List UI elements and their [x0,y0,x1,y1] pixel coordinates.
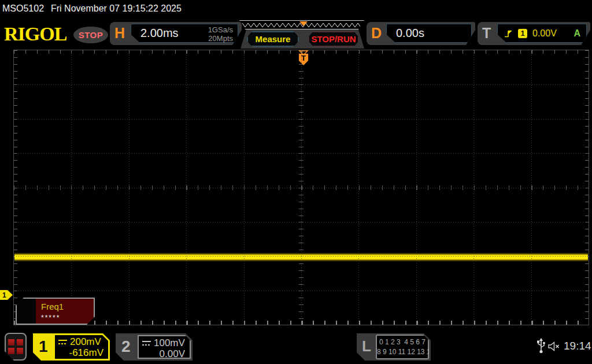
trigger-box: 1 0.00V A [497,24,587,43]
timebase-value: 2.00ms [140,27,179,40]
channel2-scale: 100mV [154,337,185,349]
channel1-number: 1 [39,337,48,356]
delay-value: 0.00s [396,27,424,40]
logic-channels-row1: 0 1 2 3 4 5 6 7 [377,337,428,347]
memory-depth: 20Mpts [208,34,233,43]
logic-channel-list: 0 1 2 3 4 5 6 7 8 9 10 11 12 13 14 15 [376,335,429,359]
grid-division-line [14,291,589,291]
channel1-badge[interactable]: 1 200mV -616mV [33,333,110,361]
channel2-values-box: 100mV 0.00V [138,335,191,359]
measurement-value: ***** [41,314,60,322]
channel2-offset: 0.00V [160,348,185,360]
main-menu-button[interactable] [5,333,27,361]
trigger-position-marker[interactable]: T [298,50,309,66]
measure-button[interactable]: Measure [247,31,299,47]
trigger-source-badge: 1 [518,29,527,38]
preview-zigzag-icon [240,21,365,30]
grid-division-line [14,256,589,257]
delay-box: 0.00s [386,24,472,43]
trigger-settings-block[interactable]: T 1 0.00V A [478,22,590,45]
grid-division-line [14,188,589,188]
speaker-muted-icon [547,341,562,352]
trigger-sweep-mode: A [574,28,580,39]
logic-analyzer-label: L [362,337,371,355]
dc-coupling-icon [142,341,151,346]
delay-label: D [371,25,382,42]
dc-coupling-icon [58,340,67,345]
menu-grid-icon [8,339,23,354]
measurement-source-strip [17,299,36,324]
channel2-number: 2 [121,337,131,356]
horizontal-label: H [114,25,125,42]
datetime-text: Fri November 07 19:15:22 2025 [51,3,182,14]
measurement-name: Freq1 [41,302,64,311]
stop-run-button[interactable]: STOP/RUN [308,31,359,47]
grid-division-line [14,119,589,120]
logic-channels-row2: 8 9 10 11 12 13 14 15 [377,347,428,357]
trigger-level-value: 0.00V [532,28,557,39]
horizontal-settings-block[interactable]: H 2.00ms 1GSa/s 20Mpts [110,22,242,45]
measurement-item-freq1[interactable]: Freq1 ***** [16,298,95,325]
trigger-slope-icon [504,29,513,38]
waveform-preview-strip[interactable] [239,20,364,29]
clock: 19:14 [564,340,591,352]
status-bar: MSO5102 Fri November 07 19:15:22 2025 [0,0,592,17]
grid-division-line [14,84,589,85]
acquisition-state-badge: STOP [73,27,108,43]
usb-icon [536,338,546,354]
sample-rate: 1GSa/s [208,25,233,34]
graticule: T [13,50,589,325]
logic-analyzer-badge[interactable]: L 0 1 2 3 4 5 6 7 8 9 10 11 12 13 14 15 [357,333,431,361]
header-button-panel: Measure STOP/RUN [240,29,364,49]
oscilloscope-screen: MSO5102 Fri November 07 19:15:22 2025 RI… [0,0,592,364]
rigol-logo: RIGOL [4,23,66,45]
trigger-marker-letter: T [301,54,306,62]
channel1-offset: -616mV [69,347,103,359]
horizontal-box: 2.00ms 1GSa/s 20Mpts [131,24,238,43]
channel1-scale: 200mV [70,336,101,348]
delay-settings-block[interactable]: D 0.00s [367,22,475,45]
channel2-badge[interactable]: 2 100mV 0.00V [116,333,193,361]
trigger-label: T [482,25,491,42]
ch1-level-marker[interactable]: 1 [0,290,13,300]
acquisition-rates: 1GSa/s 20Mpts [208,25,233,43]
channel1-values-box: 200mV -616mV [55,335,108,359]
grid-division-line [14,222,589,222]
model-name: MSO5102 [2,3,44,14]
grid-division-line [14,153,589,154]
